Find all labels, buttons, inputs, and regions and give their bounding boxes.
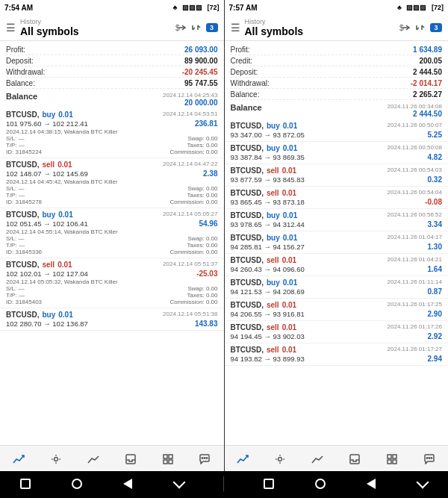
toolbar <box>225 445 449 471</box>
trade-item-3[interactable]: BTCUSD,sell0.012024.11.26 00:54:0493 865… <box>225 187 449 209</box>
settings-icon[interactable] <box>271 450 289 468</box>
trade-action: sell <box>267 346 279 354</box>
grid-icon[interactable] <box>159 450 177 468</box>
trade-symbol: BTCUSD, <box>6 211 39 219</box>
nav-square-btn-left[interactable] <box>19 477 32 491</box>
trade-item-4[interactable]: BTCUSD,buy0.012024.12.14 05:51:38102 280… <box>0 308 224 331</box>
trade-date: 2024.11.26 00:56:52 <box>388 211 442 218</box>
trade-price-text: 94 206.55 → 93 916.81 <box>231 310 426 318</box>
menu-icon[interactable]: ☰ <box>231 22 240 34</box>
content-scroll[interactable]: Profit:1 634.89Credit:200.05Deposit:2 44… <box>225 41 449 445</box>
inbox-icon[interactable] <box>346 450 364 468</box>
trend-icon[interactable] <box>84 450 102 468</box>
trade-profit: 4.82 <box>428 153 442 161</box>
trade-price-text: 93 978.65 → 94 312.44 <box>231 220 426 228</box>
trade-sl-swap-row: S/L: —Swap: 0.00 <box>6 285 218 292</box>
svg-point-2 <box>54 458 57 461</box>
chat-icon[interactable] <box>420 450 438 468</box>
trade-item-0[interactable]: BTCUSD,buy0.012024.11.26 00:50:0793 347.… <box>225 119 449 142</box>
status-icons: ♣ ▨▨▨ [72] <box>397 4 444 11</box>
trade-item-4[interactable]: BTCUSD,buy0.012024.11.26 00:56:5293 978.… <box>225 209 449 231</box>
svg-rect-16 <box>393 455 396 458</box>
calendar-badge[interactable]: 3 <box>206 23 218 32</box>
trade-item-10[interactable]: BTCUSD,sell0.012024.11.26 01:17:2794 193… <box>225 343 449 366</box>
trade-item-1[interactable]: BTCUSD,buy0.012024.11.26 00:50:0893 387.… <box>225 142 449 164</box>
trade-info-row: 2024.12.14 04:55:14, Wakanda BTC Killer <box>6 228 218 235</box>
trade-prices: 102 102.01 → 102 127.04-25.03 <box>6 270 218 278</box>
nav-chevron-btn-right[interactable] <box>416 477 429 491</box>
chart-icon[interactable] <box>234 450 252 468</box>
header: ☰HistoryAll symbols$3 <box>225 15 449 41</box>
trade-date: 2024.11.26 01:04:21 <box>388 256 442 263</box>
trade-title-left: BTCUSD,buy0.01 <box>231 278 298 287</box>
trade-item-8[interactable]: BTCUSD,sell0.012024.11.26 01:17:2594 206… <box>225 299 449 321</box>
trade-header: BTCUSD,buy0.012024.11.26 01:11:14 <box>231 278 443 287</box>
trade-header: BTCUSD,sell0.012024.11.26 00:54:03 <box>231 166 443 175</box>
calendar-badge[interactable]: 3 <box>430 23 442 32</box>
trade-header: BTCUSD,sell0.012024.12.14 04:47:22 <box>6 161 218 169</box>
dollar-arrow-icon[interactable]: $ <box>399 22 411 33</box>
trade-sl-swap-row: S/L: —Swap: 0.00 <box>6 135 218 142</box>
nav-triangle-btn-left[interactable] <box>121 477 134 491</box>
trade-action: buy <box>42 211 55 219</box>
trend-icon[interactable] <box>308 450 326 468</box>
menu-icon[interactable]: ☰ <box>6 22 16 34</box>
dollar-arrow-icon[interactable]: $ <box>175 22 187 33</box>
trade-symbol: BTCUSD, <box>231 301 264 309</box>
content-scroll[interactable]: Profit:26 093.00Deposit:89 900.00Withdra… <box>0 41 224 445</box>
trade-action: buy <box>267 122 280 130</box>
trade-item-1[interactable]: BTCUSD,sell0.012024.12.14 04:47:22102 14… <box>0 158 224 208</box>
trade-item-2[interactable]: BTCUSD,sell0.012024.11.26 00:54:0393 877… <box>225 164 449 187</box>
trade-info-row: 2024.12.14 04:38:15, Wakanda BTC Killer <box>6 128 218 135</box>
trade-profit: 3.34 <box>428 220 442 228</box>
trade-symbol: BTCUSD, <box>231 234 264 242</box>
nav-triangle-btn-right[interactable] <box>364 477 378 491</box>
nav-chevron-btn-left[interactable] <box>172 477 186 491</box>
trade-header: BTCUSD,buy0.012024.12.14 05:05:27 <box>6 211 218 219</box>
inbox-icon[interactable] <box>122 450 140 468</box>
trade-item-5[interactable]: BTCUSD,buy0.012024.11.26 01:04:1794 285.… <box>225 231 449 254</box>
summary-section: Profit:26 093.00Deposit:89 900.00Withdra… <box>0 44 224 89</box>
trade-swap: Swap: 0.00 <box>112 235 218 242</box>
nav-circle-btn-left[interactable] <box>70 477 84 491</box>
nav-circle-btn-right[interactable] <box>314 477 327 491</box>
nav-square-btn-right[interactable] <box>262 477 276 491</box>
trade-date: 2024.12.14 04:53:51 <box>163 111 217 117</box>
chart-icon[interactable] <box>10 450 28 468</box>
trade-info-row: 2024.12.14 04:45:42, Wakanda BTC Killer <box>6 178 218 185</box>
trade-action: buy <box>267 144 280 152</box>
sort-icon[interactable] <box>191 22 202 33</box>
svg-rect-14 <box>350 455 359 464</box>
trade-prices: 94 194.45 → 93 902.032.92 <box>231 332 443 340</box>
trade-header: BTCUSD,sell0.012024.12.14 05:51:37 <box>6 261 218 269</box>
trade-item-2[interactable]: BTCUSD,buy0.012024.12.14 05:05:27102 051… <box>0 208 224 258</box>
settings-icon[interactable] <box>47 450 65 468</box>
sort-icon[interactable] <box>415 22 426 33</box>
trade-item-9[interactable]: BTCUSD,sell0.012024.11.26 01:17:2694 194… <box>225 321 449 343</box>
header-icons: $3 <box>175 22 218 33</box>
trade-item-3[interactable]: BTCUSD,sell0.012024.12.14 05:51:37102 10… <box>0 258 224 308</box>
svg-rect-18 <box>393 460 396 464</box>
grid-icon[interactable] <box>383 450 401 468</box>
trade-sl: S/L: — <box>6 235 112 242</box>
chat-icon[interactable] <box>196 450 214 468</box>
balance-section: Balance2024.11.26 00:34:082 444.50 <box>225 102 449 119</box>
trade-item-6[interactable]: BTCUSD,sell0.012024.11.26 01:04:2194 260… <box>225 254 449 276</box>
svg-point-9 <box>205 458 205 458</box>
trade-title-left: BTCUSD,sell0.01 <box>6 161 72 169</box>
trade-profit: 236.81 <box>195 119 218 128</box>
summary-value: 200.05 <box>419 57 442 65</box>
trade-prices: 102 051.45 → 102 106.4154.96 <box>6 220 218 228</box>
svg-point-13 <box>279 458 282 461</box>
trade-item-0[interactable]: BTCUSD,buy0.012024.12.14 04:53:51101 975… <box>0 108 224 158</box>
summary-label: Deposit: <box>231 68 258 76</box>
summary-row-1: Deposit:89 900.00 <box>6 55 218 66</box>
trade-profit: 1.64 <box>428 265 442 273</box>
trade-lot: 0.01 <box>282 256 296 264</box>
trade-item-7[interactable]: BTCUSD,buy0.012024.11.26 01:11:1494 121.… <box>225 276 449 299</box>
trade-action: sell <box>267 166 279 175</box>
trade-title-left: BTCUSD,buy0.01 <box>6 311 73 319</box>
balance-amount: 20 000.00 <box>163 99 217 107</box>
trade-symbol: BTCUSD, <box>231 256 264 264</box>
trade-sl: S/L: — <box>6 185 112 192</box>
